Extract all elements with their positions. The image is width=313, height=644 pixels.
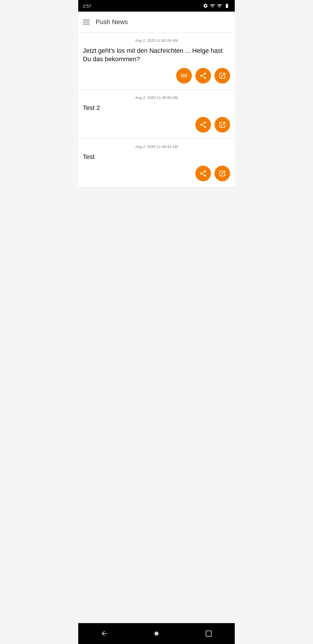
- wifi-icon: [210, 3, 215, 8]
- home-icon: [152, 629, 161, 638]
- gear-icon: [203, 3, 208, 8]
- signal-icon: [217, 3, 222, 8]
- news-body-3: Test: [83, 153, 230, 161]
- open-external-icon: [219, 121, 226, 129]
- back-button[interactable]: [97, 627, 111, 641]
- news-timestamp-1: Aug 2, 2020 11:42:26 AM: [83, 38, 230, 43]
- battery-icon: [224, 3, 230, 8]
- open-external-button-2[interactable]: [214, 117, 230, 133]
- news-item-1: Aug 2, 2020 11:42:26 AM Jetzt geht's los…: [78, 32, 235, 90]
- open-external-button-1[interactable]: [214, 68, 230, 84]
- open-external-icon: [219, 72, 226, 79]
- news-list: Aug 2, 2020 11:42:26 AM Jetzt geht's los…: [78, 32, 235, 623]
- home-button[interactable]: [150, 627, 163, 641]
- svg-point-0: [154, 632, 159, 636]
- svg-rect-1: [206, 631, 212, 636]
- hamburger-menu-button[interactable]: [83, 20, 90, 24]
- app-title: Push News: [96, 18, 128, 26]
- share-icon: [199, 170, 207, 177]
- news-body-1: Jetzt geht's los mit den Nachrichten ...…: [83, 47, 230, 63]
- status-time: 2:57: [83, 3, 91, 8]
- news-actions-2: [83, 117, 230, 134]
- news-body-2: Test 2: [83, 104, 230, 112]
- share-icon: [199, 121, 207, 129]
- news-timestamp-3: Aug 2, 2020 11:39:41 AM: [83, 144, 230, 149]
- news-timestamp-2: Aug 2, 2020 11:40:50 AM: [83, 95, 230, 100]
- share-button-3[interactable]: [195, 166, 211, 181]
- share-button-1[interactable]: [195, 68, 211, 84]
- open-external-button-3[interactable]: [214, 166, 230, 181]
- recent-apps-button[interactable]: [202, 627, 216, 641]
- nav-bar: [78, 623, 235, 644]
- news-item-3: Aug 2, 2020 11:39:41 AM Test: [78, 139, 235, 188]
- app-bar: Push News: [78, 12, 235, 32]
- news-item-2: Aug 2, 2020 11:40:50 AM Test 2: [78, 90, 235, 139]
- back-icon: [100, 629, 108, 638]
- link-button-1[interactable]: [176, 68, 192, 84]
- news-actions-1: [83, 68, 230, 85]
- status-bar: 2:57: [78, 0, 235, 12]
- share-icon: [199, 72, 207, 79]
- recent-icon: [205, 629, 213, 638]
- open-external-icon: [219, 170, 226, 177]
- status-icons: [203, 3, 230, 8]
- share-button-2[interactable]: [195, 117, 211, 133]
- news-actions-3: [83, 166, 230, 182]
- link-icon: [180, 72, 188, 79]
- empty-space: [78, 187, 235, 274]
